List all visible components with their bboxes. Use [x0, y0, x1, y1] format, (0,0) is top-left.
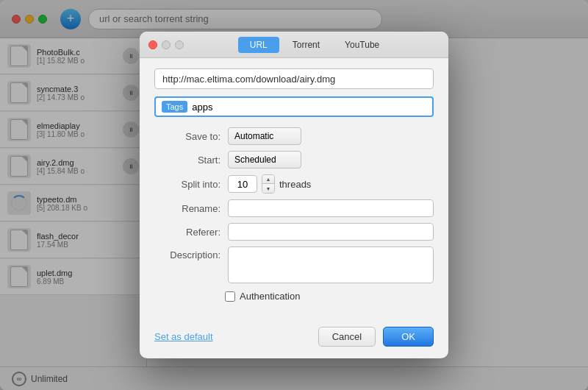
threads-label: threads	[279, 179, 311, 190]
dialog-overlay: URL Torrent YouTube Tags Save to: Au	[0, 0, 588, 390]
footer-buttons: Cancel OK	[318, 327, 434, 347]
ok-button[interactable]: OK	[383, 327, 434, 347]
tags-input[interactable]	[192, 102, 426, 113]
description-input[interactable]	[228, 247, 434, 283]
add-download-dialog: URL Torrent YouTube Tags Save to: Au	[140, 32, 448, 358]
stepper-down-button[interactable]: ▼	[262, 184, 274, 193]
description-label: Description:	[154, 249, 220, 260]
referer-label: Referer:	[154, 227, 220, 238]
tab-url[interactable]: URL	[238, 37, 279, 53]
dialog-footer: Set as default Cancel OK	[140, 327, 448, 358]
dialog-tabs: URL Torrent YouTube	[238, 37, 392, 53]
dialog-titlebar: URL Torrent YouTube	[140, 32, 448, 58]
stepper-buttons: ▲ ▼	[262, 174, 275, 194]
stepper-up-button[interactable]: ▲	[262, 175, 274, 184]
authentication-label: Authentication	[240, 291, 300, 302]
split-label: Split into:	[154, 179, 220, 190]
split-into-row: Split into: ▲ ▼ threads	[154, 174, 434, 194]
referer-row: Referer:	[154, 223, 434, 241]
authentication-row: Authentication	[154, 291, 434, 302]
rename-label: Rename:	[154, 203, 220, 214]
save-to-select[interactable]: Automatic Downloads Desktop	[228, 127, 301, 145]
dialog-body: Tags Save to: Automatic Downloads Deskto…	[140, 58, 448, 327]
url-input[interactable]	[154, 68, 434, 89]
start-select[interactable]: Scheduled Immediately Manually	[228, 151, 301, 169]
cancel-button[interactable]: Cancel	[318, 327, 376, 347]
tags-badge: Tags	[162, 101, 187, 113]
start-row: Start: Scheduled Immediately Manually	[154, 151, 434, 169]
save-to-label: Save to:	[154, 131, 220, 142]
start-label: Start:	[154, 155, 220, 166]
stepper-container: ▲ ▼ threads	[228, 174, 311, 194]
description-row: Description:	[154, 247, 434, 283]
url-input-row	[154, 68, 434, 89]
split-value-input[interactable]	[228, 175, 257, 193]
dialog-maximize-button[interactable]	[175, 40, 184, 49]
referer-input[interactable]	[228, 223, 434, 241]
rename-row: Rename:	[154, 199, 434, 217]
save-to-select-wrapper: Automatic Downloads Desktop	[228, 127, 301, 145]
authentication-checkbox[interactable]	[225, 291, 235, 302]
tab-torrent[interactable]: Torrent	[281, 37, 331, 53]
dialog-close-button[interactable]	[148, 40, 157, 49]
save-to-row: Save to: Automatic Downloads Desktop	[154, 127, 434, 145]
set-as-default-link[interactable]: Set as default	[154, 331, 213, 342]
dialog-traffic-lights	[148, 40, 184, 49]
rename-input[interactable]	[228, 199, 434, 217]
tags-input-row[interactable]: Tags	[154, 96, 434, 117]
start-select-wrapper: Scheduled Immediately Manually	[228, 151, 301, 169]
dialog-minimize-button[interactable]	[162, 40, 171, 49]
tab-youtube[interactable]: YouTube	[333, 37, 391, 53]
